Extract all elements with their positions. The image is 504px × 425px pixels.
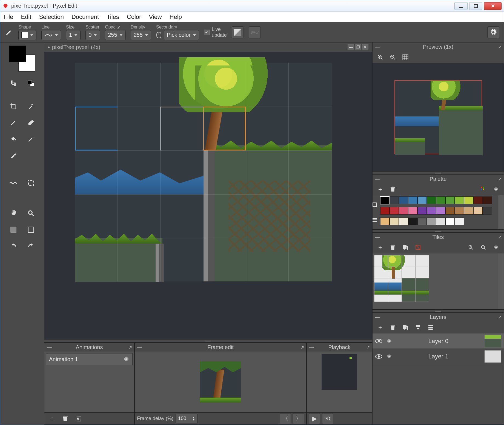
tile-tool[interactable] xyxy=(24,176,38,190)
tiles-scrollbar[interactable] xyxy=(498,253,504,309)
pen-tool[interactable] xyxy=(7,116,20,130)
palette-swatch[interactable] xyxy=(390,207,399,215)
palette-swatch[interactable] xyxy=(483,207,492,215)
palette-swatch[interactable] xyxy=(408,218,417,225)
palette-swatch[interactable] xyxy=(445,196,455,204)
layer-row[interactable]: Layer 1 xyxy=(373,349,504,364)
layers-merge-down-button[interactable] xyxy=(413,322,423,333)
size-dropdown[interactable]: 1 xyxy=(66,30,81,40)
settings-button[interactable] xyxy=(487,26,499,38)
tiles-popout-icon[interactable]: ↗ xyxy=(498,235,502,240)
close-button[interactable]: ✕ xyxy=(484,2,502,10)
fg-color-swatch[interactable] xyxy=(9,45,26,62)
frame-edit-minimize-icon[interactable]: — xyxy=(137,344,142,350)
pixel-perfect-button[interactable]: 1px xyxy=(249,26,261,38)
tiles-zoomin-button[interactable]: + xyxy=(465,242,476,253)
right-splitter-2[interactable]: ═══ xyxy=(373,229,504,233)
palette-swatch[interactable] xyxy=(380,196,390,204)
palette-swatch[interactable] xyxy=(427,218,436,225)
palette-swatch[interactable] xyxy=(455,218,464,225)
frame-edit-popout-icon[interactable]: ↗ xyxy=(300,345,304,350)
palette-swatch[interactable] xyxy=(473,207,483,215)
palette-swatch[interactable] xyxy=(417,218,427,225)
menu-document[interactable]: Document xyxy=(71,13,99,21)
palette-swatch[interactable] xyxy=(380,207,390,215)
palette-swatch[interactable] xyxy=(417,207,427,215)
menu-view[interactable]: View xyxy=(149,13,162,21)
palette-swatch[interactable] xyxy=(380,218,390,225)
play-button[interactable]: ▶ xyxy=(309,413,320,424)
palette-add-button[interactable]: ＋ xyxy=(375,184,386,195)
preview-popout-icon[interactable]: ↗ xyxy=(498,44,502,50)
right-splitter-1[interactable]: ═══ xyxy=(373,171,504,175)
menu-color[interactable]: Color xyxy=(127,13,141,21)
palette-swatch[interactable] xyxy=(427,196,436,204)
line-dropdown[interactable] xyxy=(41,30,61,40)
tiles-clear-button[interactable] xyxy=(413,242,423,253)
minimize-button[interactable] xyxy=(454,2,468,10)
tiles-duplicate-button[interactable] xyxy=(400,242,411,253)
frame-prev-button[interactable]: 〈 xyxy=(280,413,291,424)
palette-tab-bars-icon[interactable] xyxy=(373,218,379,222)
palette-tab-square-icon[interactable] xyxy=(373,202,379,207)
tiles-add-button[interactable]: ＋ xyxy=(375,242,386,253)
palette-swatch[interactable] xyxy=(464,196,473,204)
eraser-tool[interactable] xyxy=(24,116,38,130)
palette-swatch[interactable] xyxy=(408,207,417,215)
layers-popout-icon[interactable]: ↗ xyxy=(498,315,502,320)
maximize-button[interactable] xyxy=(469,2,482,10)
horizontal-splitter[interactable]: ═══ xyxy=(44,339,372,343)
palette-swatch[interactable] xyxy=(390,218,399,225)
palette-swatch[interactable] xyxy=(464,207,473,215)
playback-minimize-icon[interactable]: — xyxy=(309,344,314,350)
tiles-zoomout-button[interactable]: − xyxy=(478,242,489,253)
frame-thumbnail[interactable] xyxy=(200,361,241,403)
animations-select-button[interactable] xyxy=(73,413,84,424)
animations-delete-button[interactable] xyxy=(60,413,71,424)
gradient-button[interactable] xyxy=(232,26,244,38)
palette-swatch[interactable] xyxy=(399,218,408,225)
hand-tool[interactable] xyxy=(7,206,20,220)
tileset-thumbnail[interactable] xyxy=(374,255,429,302)
menu-help[interactable]: Help xyxy=(170,13,182,21)
layers-flatten-button[interactable] xyxy=(425,322,436,333)
palette-swatch[interactable] xyxy=(445,207,455,215)
menu-selection[interactable]: Selection xyxy=(39,13,64,21)
frame-next-button[interactable]: 〉 xyxy=(293,413,304,424)
select-all-tool[interactable] xyxy=(7,223,20,236)
animations-minimize-icon[interactable]: — xyxy=(47,344,52,350)
select-rect-tool[interactable] xyxy=(24,223,38,236)
playback-popout-icon[interactable]: ↗ xyxy=(366,345,370,350)
palette-popout-icon[interactable]: ↗ xyxy=(498,176,502,182)
menu-file[interactable]: File xyxy=(4,13,13,21)
palette-swatch[interactable] xyxy=(399,196,408,204)
palette-swatch[interactable] xyxy=(436,218,445,225)
visibility-icon[interactable] xyxy=(375,354,382,359)
color-selector[interactable] xyxy=(9,45,35,72)
dither-tool[interactable] xyxy=(7,176,20,190)
layer-settings-icon[interactable] xyxy=(386,353,392,360)
palette-swatch[interactable] xyxy=(455,207,464,215)
preview-zoomin-button[interactable] xyxy=(375,52,386,63)
menu-edit[interactable]: Edit xyxy=(21,13,31,21)
canvas[interactable] xyxy=(75,63,332,281)
palette-delete-button[interactable] xyxy=(387,184,398,195)
palette-swatch[interactable] xyxy=(473,196,483,204)
palette-swatch[interactable] xyxy=(483,196,492,204)
preview-viewport[interactable] xyxy=(373,63,504,171)
crop-tool[interactable] xyxy=(7,99,20,113)
redo-button[interactable] xyxy=(24,239,38,253)
layer-settings-icon[interactable] xyxy=(386,338,392,344)
doc-close-button[interactable]: ✕ xyxy=(362,44,368,50)
palette-swatch[interactable] xyxy=(445,218,455,225)
default-colors-button[interactable] xyxy=(24,76,38,90)
animation-item[interactable]: Animation 1 xyxy=(46,353,133,365)
palette-sort-button[interactable] xyxy=(478,184,489,195)
document-tab-name[interactable]: pixelTree.pyxel xyxy=(52,44,89,50)
palette-swatch[interactable] xyxy=(417,196,427,204)
secondary-dropdown[interactable]: Pick color xyxy=(164,30,199,40)
live-update-checkbox[interactable]: ✓ xyxy=(204,30,210,35)
palette-swatch[interactable] xyxy=(408,196,417,204)
visibility-icon[interactable] xyxy=(375,339,382,344)
palette-swatch[interactable] xyxy=(436,207,445,215)
